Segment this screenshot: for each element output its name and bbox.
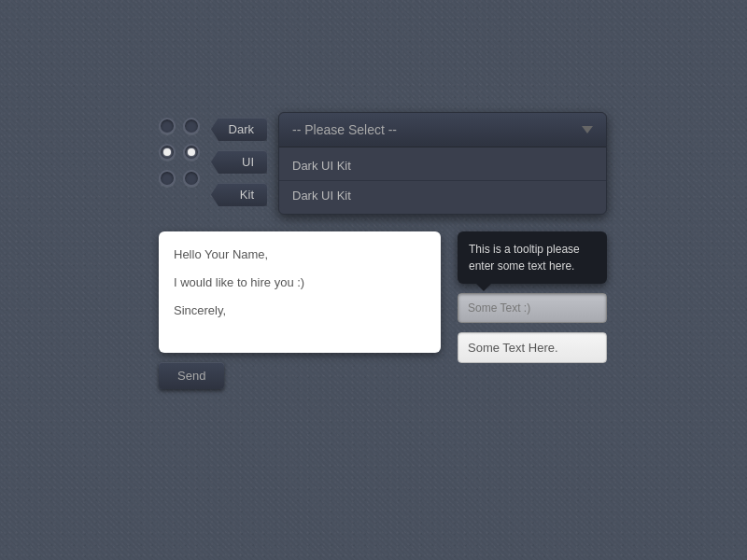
tag-kit-button[interactable]: Kit [211, 183, 267, 206]
main-container: Dark UI Kit -- Please Select -- Dark UI … [159, 112, 607, 389]
dropdown-placeholder: -- Please Select -- [292, 122, 397, 137]
textarea-line2: I would like to hire you :) [174, 273, 426, 293]
dropdown-arrow-icon [582, 126, 593, 133]
dropdown-option-1[interactable]: Dark UI Kit [279, 151, 606, 181]
radio-row-1 [159, 118, 200, 134]
send-button[interactable]: Send [159, 362, 224, 389]
send-btn-row: Send [159, 362, 441, 389]
radio-row-2 [159, 144, 200, 161]
textarea-box[interactable]: Hello Your Name, I would like to hire yo… [159, 231, 441, 353]
radio-inner [163, 148, 171, 156]
radio-2-left[interactable] [159, 144, 176, 161]
input-placeholder-field[interactable]: Some Text :) [458, 293, 607, 323]
radio-row-3 [159, 170, 200, 187]
radio-2-right[interactable] [183, 144, 200, 161]
dropdown-header[interactable]: -- Please Select -- [279, 113, 606, 147]
dropdown-container: -- Please Select -- Dark UI Kit Dark UI … [278, 112, 607, 215]
radio-3-right[interactable] [183, 170, 200, 187]
bottom-section: Hello Your Name, I would like to hire yo… [159, 231, 607, 389]
right-side: This is a tooltip please enter some text… [458, 231, 607, 363]
radio-1-left[interactable] [159, 118, 176, 134]
tag-dark-button[interactable]: Dark [211, 118, 267, 141]
top-section: Dark UI Kit -- Please Select -- Dark UI … [159, 112, 607, 215]
radio-inner [188, 148, 195, 156]
tooltip-text: This is a tooltip please enter some text… [469, 243, 580, 273]
textarea-line3: Sincerely, [174, 301, 426, 321]
dropdown-options: Dark UI Kit Dark UI Kit [279, 147, 606, 214]
tag-buttons: Dark UI Kit [211, 112, 267, 206]
dropdown-section: -- Please Select -- Dark UI Kit Dark UI … [278, 112, 607, 215]
dropdown-option-2[interactable]: Dark UI Kit [279, 181, 606, 210]
radio-3-left[interactable] [159, 170, 176, 187]
radio-1-right[interactable] [183, 118, 200, 134]
textarea-column: Hello Your Name, I would like to hire yo… [159, 231, 441, 389]
tooltip-bubble: This is a tooltip please enter some text… [458, 231, 607, 284]
input-text-field[interactable]: Some Text Here. [458, 332, 607, 363]
radio-group [159, 112, 200, 187]
tag-ui-button[interactable]: UI [211, 150, 267, 174]
textarea-line1: Hello Your Name, [174, 245, 426, 265]
